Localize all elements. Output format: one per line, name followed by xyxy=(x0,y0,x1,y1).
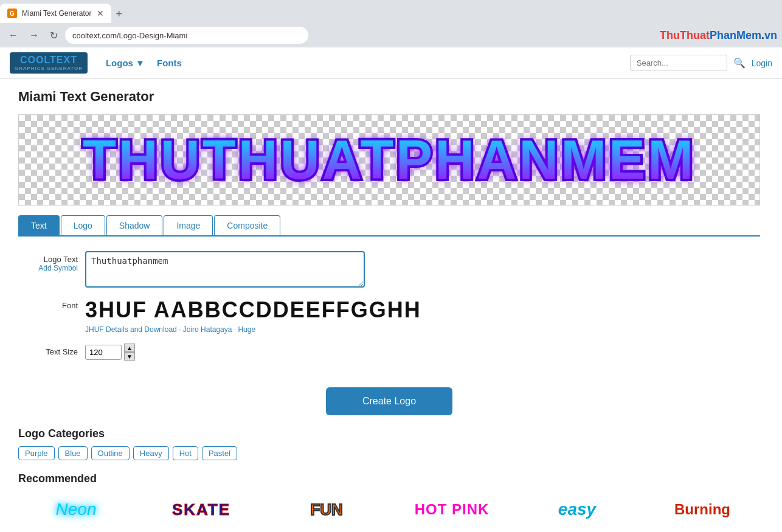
miami-logo-wrapper: THUTHUATPHANMEM THUTHUATPHANMEM xyxy=(83,129,696,192)
tab-text[interactable]: Text xyxy=(18,215,60,235)
font-label: Font xyxy=(18,297,85,310)
spin-down-button[interactable]: ▼ xyxy=(124,352,135,361)
new-tab-button[interactable]: + xyxy=(111,5,128,23)
recommended-grid: Neon SKATE FUN HOT PINK xyxy=(18,491,760,532)
search-input[interactable] xyxy=(630,55,727,71)
reload-button[interactable]: ↻ xyxy=(46,27,61,44)
category-tags: Purple Blue Outline Heavy Hot Pastel xyxy=(18,446,760,460)
watermark-vn: vn xyxy=(764,29,777,41)
skate-label: SKATE xyxy=(172,500,230,519)
nav-fonts[interactable]: Fonts xyxy=(157,58,182,68)
spin-buttons: ▲ ▼ xyxy=(124,344,135,361)
rec-img-skate: SKATE xyxy=(144,491,259,528)
address-input[interactable] xyxy=(65,27,308,44)
search-area: 🔍 Login xyxy=(630,55,772,71)
watermark-mem: Mem xyxy=(736,29,761,41)
text-size-input[interactable] xyxy=(85,345,122,360)
rec-item-easy[interactable]: easy xyxy=(519,491,635,528)
tab-composite[interactable]: Composite xyxy=(214,215,280,235)
add-symbol-link[interactable]: Add Symbol xyxy=(18,264,85,272)
logo-cool-text: COOLTEXT xyxy=(20,55,77,66)
page: COOLTEXT GRAPHICS GENERATOR Logos ▼ Font… xyxy=(0,47,782,532)
burning-label: Burning xyxy=(674,501,730,518)
rec-img-fun: FUN xyxy=(269,491,384,528)
forward-button[interactable]: → xyxy=(26,27,43,43)
logo-text-row: Logo Text Add Symbol Thuthuatphanmem xyxy=(18,251,760,288)
text-size-label: Text Size xyxy=(18,344,85,356)
form-section: Logo Text Add Symbol Thuthuatphanmem Fon… xyxy=(18,246,760,375)
nav-links: Logos ▼ Fonts xyxy=(106,58,182,68)
address-bar: ← → ↻ ThuThuatPhanMem.vn xyxy=(0,23,782,47)
easy-label: easy xyxy=(558,500,596,519)
logo-text-label-wrap: Logo Text Add Symbol xyxy=(18,251,85,272)
rec-item-burning[interactable]: Burning xyxy=(645,491,760,528)
create-logo-button[interactable]: Create Logo xyxy=(326,387,452,415)
tab-favicon: G xyxy=(7,9,17,18)
tab-bar: G Miami Text Generator ✕ + xyxy=(0,0,782,23)
tabs-bar: Text Logo Shadow Image Composite xyxy=(18,215,760,237)
categories-section: Logo Categories Purple Blue Outline Heav… xyxy=(18,427,760,460)
logo-preview-area: THUTHUATPHANMEM THUTHUATPHANMEM xyxy=(18,114,760,206)
tab-close-button[interactable]: ✕ xyxy=(97,9,104,18)
browser-chrome: G Miami Text Generator ✕ + ← → ↻ ThuThua… xyxy=(0,0,782,47)
rec-item-fun[interactable]: FUN xyxy=(269,491,384,528)
font-details-link[interactable]: JHUF Details and Download · Joiro Hataga… xyxy=(85,325,421,334)
miami-logo-text: THUTHUATPHANMEM xyxy=(83,130,696,190)
main-content: Miami Text Generator THUTHUATPHANMEM THU… xyxy=(0,79,778,532)
size-input-wrap: ▲ ▼ xyxy=(85,344,135,361)
logo-sub-text: GRAPHICS GENERATOR xyxy=(15,66,83,71)
cat-pastel[interactable]: Pastel xyxy=(202,446,237,460)
rec-img-hotpink: HOT PINK xyxy=(394,491,510,528)
rec-item-hotpink[interactable]: HOT PINK xyxy=(394,491,510,528)
cat-outline[interactable]: Outline xyxy=(91,446,130,460)
cat-heavy[interactable]: Heavy xyxy=(133,446,169,460)
tab-title: Miami Text Generator xyxy=(22,9,92,18)
watermark-phan: Phan xyxy=(710,29,736,41)
site-header: COOLTEXT GRAPHICS GENERATOR Logos ▼ Font… xyxy=(0,47,782,79)
site-logo[interactable]: COOLTEXT GRAPHICS GENERATOR xyxy=(10,52,88,74)
active-tab[interactable]: G Miami Text Generator ✕ xyxy=(0,4,111,23)
create-button-wrap: Create Logo xyxy=(18,387,760,415)
watermark-thuat: Thuat xyxy=(680,29,710,41)
logo-text-input[interactable]: Thuthuatphanmem xyxy=(85,251,365,288)
cat-blue[interactable]: Blue xyxy=(58,446,88,460)
neon-label: Neon xyxy=(56,500,97,519)
rec-item-neon[interactable]: Neon xyxy=(18,491,134,528)
logo-area: COOLTEXT GRAPHICS GENERATOR xyxy=(10,52,88,74)
back-button[interactable]: ← xyxy=(5,27,22,43)
recommended-title: Recommended xyxy=(18,472,760,485)
search-button[interactable]: 🔍 xyxy=(733,57,746,69)
rec-img-neon: Neon xyxy=(18,491,134,528)
rec-item-skate[interactable]: SKATE xyxy=(144,491,259,528)
recommended-section: Recommended Neon SKATE FUN xyxy=(18,472,760,532)
rec-img-easy: easy xyxy=(519,491,635,528)
page-title: Miami Text Generator xyxy=(18,89,760,105)
font-preview-area: 3HUF AABBCCDDEEFFGGHH JHUF Details and D… xyxy=(85,297,421,334)
text-size-row: Text Size ▲ ▼ xyxy=(18,344,760,361)
cat-hot[interactable]: Hot xyxy=(173,446,198,460)
tab-image[interactable]: Image xyxy=(164,215,213,235)
tab-shadow[interactable]: Shadow xyxy=(106,215,163,235)
watermark-thu: Thu xyxy=(660,29,680,41)
cat-purple[interactable]: Purple xyxy=(18,446,55,460)
fun-label: FUN xyxy=(310,500,342,519)
nav-logos[interactable]: Logos ▼ xyxy=(106,58,145,68)
hotpink-label: HOT PINK xyxy=(415,501,490,518)
login-link[interactable]: Login xyxy=(752,58,772,68)
font-row: Font 3HUF AABBCCDDEEFFGGHH JHUF Details … xyxy=(18,297,760,334)
font-preview-text: 3HUF AABBCCDDEEFFGGHH xyxy=(85,297,421,323)
spin-up-button[interactable]: ▲ xyxy=(124,344,135,352)
logo-text-label: Logo Text xyxy=(18,251,85,264)
rec-img-burning: Burning xyxy=(645,491,760,528)
watermark: ThuThuatPhanMem.vn xyxy=(660,29,777,42)
tab-logo[interactable]: Logo xyxy=(61,215,105,235)
categories-title: Logo Categories xyxy=(18,427,760,440)
